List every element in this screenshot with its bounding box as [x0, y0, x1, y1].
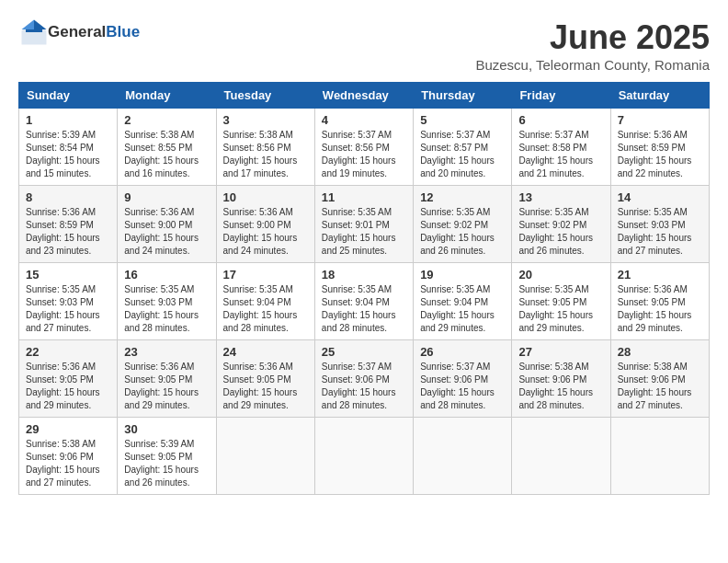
day-info: Sunrise: 5:38 AM Sunset: 9:06 PM Dayligh…: [26, 438, 110, 489]
day-info: Sunrise: 5:35 AM Sunset: 9:03 PM Dayligh…: [618, 206, 702, 258]
calendar-cell: [610, 418, 709, 495]
calendar-cell: [216, 418, 314, 495]
day-info: Sunrise: 5:38 AM Sunset: 9:06 PM Dayligh…: [618, 361, 702, 412]
calendar-cell: [314, 418, 413, 495]
day-number: 9: [124, 190, 209, 204]
day-info: Sunrise: 5:36 AM Sunset: 9:05 PM Dayligh…: [124, 361, 209, 412]
day-number: 1: [26, 113, 110, 127]
day-info: Sunrise: 5:37 AM Sunset: 9:06 PM Dayligh…: [420, 361, 505, 412]
day-number: 25: [322, 345, 406, 359]
day-info: Sunrise: 5:36 AM Sunset: 9:05 PM Dayligh…: [618, 283, 702, 335]
calendar-cell: 25 Sunrise: 5:37 AM Sunset: 9:06 PM Dayl…: [314, 340, 413, 418]
calendar-cell: 24 Sunrise: 5:36 AM Sunset: 9:05 PM Dayl…: [216, 340, 314, 418]
calendar-week-row: 1 Sunrise: 5:39 AM Sunset: 8:54 PM Dayli…: [19, 109, 710, 186]
day-number: 13: [518, 190, 603, 204]
day-info: Sunrise: 5:36 AM Sunset: 8:59 PM Dayligh…: [618, 129, 702, 180]
calendar-cell: 19 Sunrise: 5:35 AM Sunset: 9:04 PM Dayl…: [414, 263, 512, 340]
day-number: 24: [223, 345, 308, 359]
calendar-cell: 21 Sunrise: 5:36 AM Sunset: 9:05 PM Dayl…: [610, 263, 709, 340]
day-number: 20: [518, 268, 603, 282]
day-number: 10: [223, 190, 308, 204]
title-section: June 2025 Buzescu, Teleorman County, Rom…: [475, 18, 710, 73]
day-info: Sunrise: 5:35 AM Sunset: 9:04 PM Dayligh…: [223, 283, 308, 335]
calendar-cell: 29 Sunrise: 5:38 AM Sunset: 9:06 PM Dayl…: [19, 418, 118, 495]
day-info: Sunrise: 5:35 AM Sunset: 9:04 PM Dayligh…: [420, 283, 505, 335]
day-number: 22: [26, 345, 110, 359]
calendar-cell: 18 Sunrise: 5:35 AM Sunset: 9:04 PM Dayl…: [314, 263, 413, 340]
weekday-header-thursday: Thursday: [414, 83, 512, 109]
day-info: Sunrise: 5:35 AM Sunset: 9:02 PM Dayligh…: [518, 206, 603, 258]
day-number: 19: [420, 268, 505, 282]
calendar-cell: 1 Sunrise: 5:39 AM Sunset: 8:54 PM Dayli…: [19, 109, 118, 186]
calendar-cell: 23 Sunrise: 5:36 AM Sunset: 9:05 PM Dayl…: [118, 340, 216, 418]
logo-text: GeneralBlue: [48, 23, 140, 41]
day-info: Sunrise: 5:37 AM Sunset: 9:06 PM Dayligh…: [322, 361, 406, 412]
day-number: 8: [26, 190, 110, 204]
location-title: Buzescu, Teleorman County, Romania: [475, 57, 710, 73]
calendar-table: SundayMondayTuesdayWednesdayThursdayFrid…: [18, 82, 710, 495]
calendar-cell: 14 Sunrise: 5:35 AM Sunset: 9:03 PM Dayl…: [610, 186, 709, 263]
calendar-cell: 11 Sunrise: 5:35 AM Sunset: 9:01 PM Dayl…: [314, 186, 413, 263]
svg-rect-3: [26, 29, 42, 32]
day-number: 6: [518, 113, 603, 127]
day-info: Sunrise: 5:36 AM Sunset: 8:59 PM Dayligh…: [26, 206, 110, 258]
day-number: 11: [322, 190, 406, 204]
weekday-header-sunday: Sunday: [19, 83, 118, 109]
calendar-cell: 28 Sunrise: 5:38 AM Sunset: 9:06 PM Dayl…: [610, 340, 709, 418]
logo-icon: [20, 18, 48, 46]
day-info: Sunrise: 5:36 AM Sunset: 9:00 PM Dayligh…: [223, 206, 308, 258]
calendar-cell: 17 Sunrise: 5:35 AM Sunset: 9:04 PM Dayl…: [216, 263, 314, 340]
svg-marker-1: [34, 20, 47, 30]
day-number: 28: [618, 345, 702, 359]
calendar-cell: [512, 418, 610, 495]
day-number: 17: [223, 268, 308, 282]
calendar-cell: 26 Sunrise: 5:37 AM Sunset: 9:06 PM Dayl…: [414, 340, 512, 418]
day-number: 2: [124, 113, 209, 127]
month-title: June 2025: [475, 18, 710, 57]
calendar-cell: 22 Sunrise: 5:36 AM Sunset: 9:05 PM Dayl…: [19, 340, 118, 418]
calendar-week-row: 8 Sunrise: 5:36 AM Sunset: 8:59 PM Dayli…: [19, 186, 710, 263]
day-number: 18: [322, 268, 406, 282]
day-info: Sunrise: 5:39 AM Sunset: 9:05 PM Dayligh…: [124, 438, 209, 489]
svg-marker-2: [22, 20, 35, 30]
calendar-week-row: 22 Sunrise: 5:36 AM Sunset: 9:05 PM Dayl…: [19, 340, 710, 418]
weekday-header-saturday: Saturday: [610, 83, 709, 109]
calendar-cell: 8 Sunrise: 5:36 AM Sunset: 8:59 PM Dayli…: [19, 186, 118, 263]
day-info: Sunrise: 5:35 AM Sunset: 9:04 PM Dayligh…: [322, 283, 406, 335]
day-info: Sunrise: 5:35 AM Sunset: 9:03 PM Dayligh…: [124, 283, 209, 335]
calendar-cell: 6 Sunrise: 5:37 AM Sunset: 8:58 PM Dayli…: [512, 109, 610, 186]
day-info: Sunrise: 5:38 AM Sunset: 8:56 PM Dayligh…: [223, 129, 308, 180]
calendar-cell: 30 Sunrise: 5:39 AM Sunset: 9:05 PM Dayl…: [118, 418, 216, 495]
weekday-header-friday: Friday: [512, 83, 610, 109]
day-info: Sunrise: 5:37 AM Sunset: 8:56 PM Dayligh…: [322, 129, 406, 180]
day-number: 30: [124, 422, 209, 436]
day-number: 3: [223, 113, 308, 127]
calendar-cell: 4 Sunrise: 5:37 AM Sunset: 8:56 PM Dayli…: [314, 109, 413, 186]
day-info: Sunrise: 5:39 AM Sunset: 8:54 PM Dayligh…: [26, 129, 110, 180]
calendar-cell: 16 Sunrise: 5:35 AM Sunset: 9:03 PM Dayl…: [118, 263, 216, 340]
calendar-cell: 7 Sunrise: 5:36 AM Sunset: 8:59 PM Dayli…: [610, 109, 709, 186]
page-header: GeneralBlue June 2025 Buzescu, Teleorman…: [18, 18, 710, 73]
calendar-week-row: 29 Sunrise: 5:38 AM Sunset: 9:06 PM Dayl…: [19, 418, 710, 495]
day-info: Sunrise: 5:35 AM Sunset: 9:02 PM Dayligh…: [420, 206, 505, 258]
calendar-cell: 3 Sunrise: 5:38 AM Sunset: 8:56 PM Dayli…: [216, 109, 314, 186]
day-number: 4: [322, 113, 406, 127]
weekday-header-tuesday: Tuesday: [216, 83, 314, 109]
day-info: Sunrise: 5:35 AM Sunset: 9:03 PM Dayligh…: [26, 283, 110, 335]
weekday-header-monday: Monday: [118, 83, 216, 109]
day-info: Sunrise: 5:36 AM Sunset: 9:05 PM Dayligh…: [26, 361, 110, 412]
day-number: 16: [124, 268, 209, 282]
calendar-week-row: 15 Sunrise: 5:35 AM Sunset: 9:03 PM Dayl…: [19, 263, 710, 340]
calendar-cell: 10 Sunrise: 5:36 AM Sunset: 9:00 PM Dayl…: [216, 186, 314, 263]
day-info: Sunrise: 5:38 AM Sunset: 9:06 PM Dayligh…: [518, 361, 603, 412]
day-info: Sunrise: 5:37 AM Sunset: 8:57 PM Dayligh…: [420, 129, 505, 180]
day-number: 5: [420, 113, 505, 127]
day-number: 21: [618, 268, 702, 282]
calendar-cell: 20 Sunrise: 5:35 AM Sunset: 9:05 PM Dayl…: [512, 263, 610, 340]
day-number: 14: [618, 190, 702, 204]
day-number: 23: [124, 345, 209, 359]
day-info: Sunrise: 5:35 AM Sunset: 9:01 PM Dayligh…: [322, 206, 406, 258]
day-number: 12: [420, 190, 505, 204]
day-number: 27: [518, 345, 603, 359]
calendar-cell: 5 Sunrise: 5:37 AM Sunset: 8:57 PM Dayli…: [414, 109, 512, 186]
